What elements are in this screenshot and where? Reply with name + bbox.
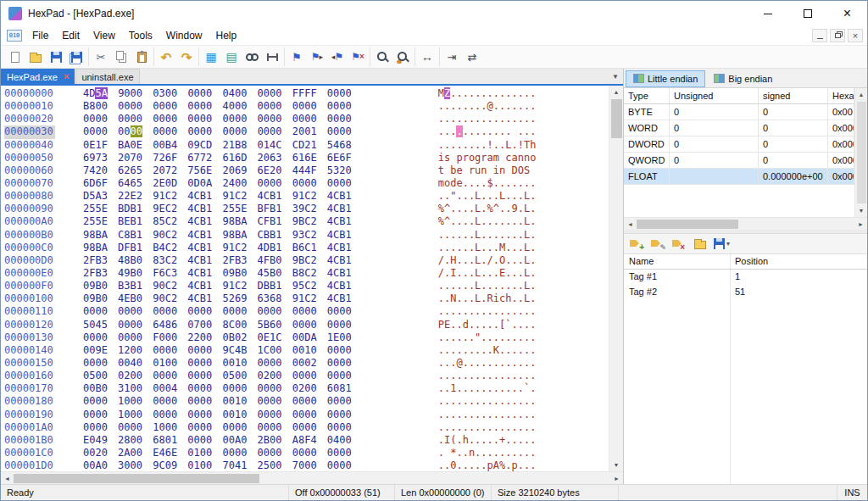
ascii-text[interactable]: %^....L.%^..9.L. <box>438 203 537 215</box>
inspector-dword-type[interactable]: DWORD <box>624 136 670 153</box>
bookmark-prev-button[interactable] <box>327 47 348 66</box>
hex-bytes[interactable]: D5A3 22E2 91C2 4CB1 91C2 4CB1 91C2 4CB1 <box>83 190 352 203</box>
hex-bytes[interactable]: 98BA DFB1 B4C2 4CB1 91C2 4DB1 B6C1 4CB1 <box>83 242 352 254</box>
hex-bytes[interactable]: 255E BDB1 9EC2 4CB1 255E BFB1 39C2 4CB1 <box>83 203 352 215</box>
hex-rows[interactable]: 000000004D5A 9000 0300 0000 0400 0000 FF… <box>1 86 609 471</box>
ascii-text[interactable]: /.I...L...E...L. <box>438 267 537 280</box>
cut-button[interactable] <box>91 47 111 66</box>
tab-list-dropdown-icon[interactable]: ▼ <box>612 73 619 81</box>
tag-position-cell[interactable]: 1 <box>730 270 867 285</box>
hex-bytes[interactable]: 4D5A 9000 0300 0000 0400 0000 FFFF 0000 <box>83 87 352 100</box>
ascii-text[interactable]: ..0.....pA%.p... <box>438 459 537 471</box>
copy-button[interactable] <box>111 47 131 66</box>
inspector-scroll-up-icon[interactable]: ▲ <box>855 88 867 101</box>
mdi-close-button[interactable]: × <box>848 29 863 42</box>
jump-offset-button[interactable] <box>462 47 482 66</box>
ascii-text[interactable]: is program canno <box>438 152 537 164</box>
scroll-down-icon[interactable]: ▼ <box>609 459 623 471</box>
inspector-word-signed[interactable]: 0 <box>759 120 828 136</box>
ascii-text[interactable]: ...@............ <box>438 357 537 370</box>
hex-bytes[interactable]: 0E1F BA0E 00B4 09CD 21B8 014C CD21 5468 <box>83 139 352 152</box>
inspector-float-type[interactable]: FLOAT <box>624 169 670 185</box>
inspector-hscroll-track[interactable] <box>738 218 854 230</box>
redo-button[interactable] <box>176 47 197 66</box>
bookmark-toggle-button[interactable] <box>287 47 307 66</box>
hex-bytes[interactable]: 7420 6265 2072 756E 2069 6E20 444F 5320 <box>83 164 352 177</box>
hex-bytes[interactable]: 0000 0000 0000 0000 0000 0000 2001 0000 <box>83 125 352 138</box>
hex-bytes[interactable]: 0000 0000 0000 0000 0000 0000 0000 0000 <box>83 113 352 125</box>
hex-bytes[interactable]: 0500 0200 0000 0000 0500 0200 0000 0000 <box>83 370 352 382</box>
ascii-text[interactable]: ................ <box>438 113 537 125</box>
document-system-icon[interactable]: 010 <box>7 30 22 42</box>
ascii-text[interactable]: ........!..L.!Th <box>438 139 537 152</box>
hex-bytes[interactable]: E049 2800 6801 0000 00A0 2B00 A8F4 0400 <box>83 434 352 447</box>
new-file-button[interactable] <box>5 47 25 66</box>
hex-bytes[interactable]: 009E 1200 0000 0000 9C4B 1C00 0010 0000 <box>83 344 352 357</box>
inspector-header-type[interactable]: Type <box>624 88 670 104</box>
hex-bytes[interactable]: 98BA C8B1 90C2 4CB1 98BA CBB1 93C2 4CB1 <box>83 229 352 242</box>
hex-vscroll-thumb[interactable] <box>611 99 622 138</box>
inspector-dword-hex[interactable]: 0x00000000 <box>828 136 854 153</box>
hex-bytes[interactable]: 0000 0000 1000 0000 0000 0000 0000 0000 <box>83 421 352 434</box>
inspector-qword-unsigned[interactable]: 0 <box>670 153 759 169</box>
scroll-left-icon[interactable]: ◄ <box>1 476 14 482</box>
tag-position-cell[interactable]: 51 <box>730 285 867 300</box>
tag-name-cell[interactable]: Tag #1 <box>624 270 730 285</box>
inspector-float-signed[interactable]: 0.000000e+00 <box>759 169 828 185</box>
inspector-scroll-down-icon[interactable]: ▼ <box>855 204 867 217</box>
hex-bytes[interactable]: 0000 0000 0000 0000 0000 0000 0000 0000 <box>83 305 352 318</box>
ascii-text[interactable]: t be run in DOS <box>438 164 537 177</box>
inspector-vertical-scrollbar[interactable]: ▲ ▼ <box>854 88 867 217</box>
load-tags-button[interactable] <box>690 235 710 253</box>
inspector-float-unsigned[interactable] <box>670 169 759 185</box>
little-endian-tab[interactable]: Little endian <box>626 70 705 87</box>
inspector-header-hexa-decimal[interactable]: Hexa-decimal <box>828 88 854 104</box>
ascii-text[interactable]: .."...L...L...L. <box>438 190 537 203</box>
menu-item-tools[interactable]: Tools <box>122 27 159 44</box>
hex-bytes[interactable]: 0000 1000 0000 0000 0010 0000 0000 0000 <box>83 395 352 408</box>
hex-hscroll-thumb[interactable] <box>14 474 259 483</box>
open-file-button[interactable] <box>25 47 46 66</box>
hex-hscroll-track[interactable] <box>259 472 610 484</box>
inspector-float-hex[interactable]: 0x00000000 <box>828 169 854 185</box>
hex-bytes[interactable]: B800 0000 0000 0000 4000 0000 0000 0000 <box>83 100 352 113</box>
ascii-text[interactable]: .I(.h.....+..... <box>438 434 537 447</box>
hex-bytes[interactable]: 6D6F 6465 2E0D 0D0A 2400 0000 0000 0000 <box>83 177 352 190</box>
menu-item-window[interactable]: Window <box>159 27 209 44</box>
ascii-text[interactable]: ......L.......L. <box>438 280 537 292</box>
save-tags-button[interactable]: ▾ <box>711 235 732 253</box>
inspector-qword-type[interactable]: QWORD <box>624 153 670 169</box>
menu-item-help[interactable]: Help <box>209 27 244 44</box>
hex-bytes[interactable]: 2FB3 49B0 F6C3 4CB1 09B0 45B0 B8C2 4CB1 <box>83 267 352 280</box>
goto-offset-button[interactable] <box>442 47 462 66</box>
close-button[interactable]: × <box>827 1 867 26</box>
save-all-button[interactable] <box>66 47 86 66</box>
delete-tag-button[interactable] <box>669 235 689 253</box>
inspector-header-unsigned[interactable]: Unsigned <box>670 88 759 104</box>
char-encoding-button[interactable] <box>221 47 242 66</box>
hex-bytes[interactable]: 6973 2070 726F 6772 616D 2063 616E 6E6F <box>83 152 352 164</box>
big-endian-tab[interactable]: Big endian <box>706 70 780 87</box>
menu-item-view[interactable]: View <box>86 27 122 44</box>
hex-bytes[interactable]: 5045 0000 6486 0700 8C00 5B60 0000 0000 <box>83 319 352 331</box>
hex-bytes[interactable]: 0000 1000 0000 0000 0010 0000 0000 0000 <box>83 409 352 421</box>
ascii-text[interactable]: ................ <box>438 409 537 421</box>
scroll-right-icon[interactable]: ► <box>610 476 623 482</box>
new-tag-button[interactable] <box>626 235 647 253</box>
ascii-text[interactable]: ..N...L.Rich..L. <box>438 292 537 305</box>
ascii-text[interactable]: ................ <box>438 421 537 434</box>
mdi-minimize-button[interactable] <box>812 29 827 42</box>
tags-header-position[interactable]: Position <box>730 254 867 270</box>
hex-bytes[interactable]: 0000 0000 F000 2200 0B02 0E1C 00DA 1E00 <box>83 331 352 344</box>
inspector-dword-unsigned[interactable]: 0 <box>670 136 759 153</box>
hex-bytes[interactable]: 09B0 B3B1 90C2 4CB1 91C2 DBB1 95C2 4CB1 <box>83 280 352 292</box>
tags-header-name[interactable]: Name <box>624 254 730 270</box>
menu-item-file[interactable]: File <box>25 27 55 44</box>
ascii-text[interactable]: .........K...... <box>438 344 537 357</box>
hex-bytes[interactable]: 09B0 4EB0 90C2 4CB1 5269 6368 91C2 4CB1 <box>83 292 352 305</box>
inspector-word-hex[interactable]: 0x0000 <box>828 120 854 136</box>
inspector-byte-signed[interactable]: 0 <box>759 104 828 120</box>
find-button[interactable] <box>242 47 262 66</box>
scroll-up-icon[interactable]: ▲ <box>609 86 623 98</box>
ascii-text[interactable]: ................ <box>438 370 537 382</box>
